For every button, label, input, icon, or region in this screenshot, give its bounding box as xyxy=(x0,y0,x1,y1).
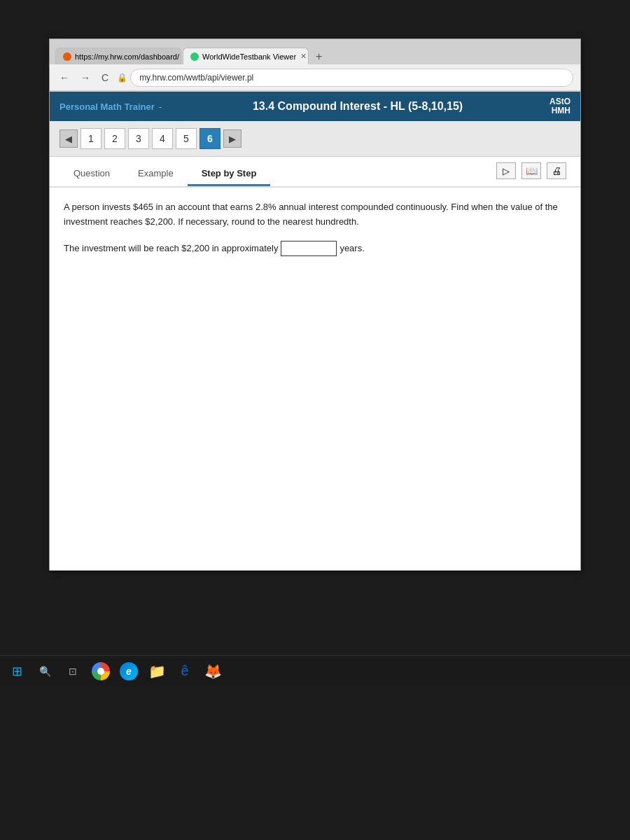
folder-icon: 📁 xyxy=(148,663,166,680)
tab-hrw[interactable]: https://my.hrw.com/dashboard/ ✕ xyxy=(55,48,181,64)
page-4-button[interactable]: 4 xyxy=(152,128,173,149)
lock-icon: 🔒 xyxy=(117,73,127,83)
tab-hrw-label: https://my.hrw.com/dashboard/ xyxy=(75,52,179,61)
play-button[interactable]: ▷ xyxy=(496,162,516,179)
windows-icon: ⊞ xyxy=(12,664,22,679)
next-page-button[interactable]: ▶ xyxy=(223,130,241,148)
search-icon: 🔍 xyxy=(39,666,51,677)
firefox-taskbar-button[interactable]: 🦊 xyxy=(200,659,225,684)
file-manager-button[interactable]: 📁 xyxy=(144,659,169,684)
play-icon: ▷ xyxy=(503,166,510,176)
page-2-button[interactable]: 2 xyxy=(104,128,125,149)
pagination-row: ◀ 1 2 3 4 5 6 ▶ xyxy=(50,121,580,157)
prev-page-button[interactable]: ◀ xyxy=(59,130,78,148)
reload-button[interactable]: C xyxy=(99,71,111,85)
tab-bar: https://my.hrw.com/dashboard/ ✕ WorldWid… xyxy=(50,39,580,64)
question-area: A person invests $465 in an account that… xyxy=(50,188,580,269)
tab-step-by-step[interactable]: Step by Step xyxy=(188,162,271,186)
answer-suffix: years. xyxy=(340,241,364,256)
firefox-icon: 🦊 xyxy=(204,663,222,680)
chrome-icon xyxy=(92,662,110,680)
app-title-left[interactable]: Personal Math Trainer xyxy=(59,102,155,112)
ie-taskbar-button[interactable]: ê xyxy=(172,659,197,684)
page-1-button[interactable]: 1 xyxy=(80,128,102,149)
title-separator: - xyxy=(159,102,162,112)
asto-logo: AStO HMH xyxy=(550,97,570,115)
search-button[interactable]: 🔍 xyxy=(32,659,57,684)
page-3-button[interactable]: 3 xyxy=(128,128,149,149)
address-bar: ← → C 🔒 xyxy=(50,64,580,91)
tab-favicon-wwtb xyxy=(190,52,199,61)
task-view-icon: ⊡ xyxy=(69,666,77,677)
chrome-taskbar-button[interactable] xyxy=(88,659,113,684)
book-button[interactable]: 📖 xyxy=(522,162,541,179)
page-6-button[interactable]: 6 xyxy=(200,128,220,149)
answer-input[interactable] xyxy=(281,241,337,256)
browser-window: https://my.hrw.com/dashboard/ ✕ WorldWid… xyxy=(49,38,581,570)
answer-line: The investment will be reach $2,200 in a… xyxy=(64,241,566,256)
page-content: Personal Math Trainer - 13.4 Compound In… xyxy=(50,92,580,570)
forward-button[interactable]: → xyxy=(78,71,93,85)
edge-icon: e xyxy=(120,662,138,680)
print-icon: 🖨 xyxy=(552,165,561,176)
tab-example[interactable]: Example xyxy=(124,162,188,186)
print-button[interactable]: 🖨 xyxy=(547,162,566,179)
ie-icon: ê xyxy=(181,663,188,679)
new-tab-button[interactable]: + xyxy=(312,49,326,64)
url-input[interactable] xyxy=(130,69,573,87)
task-view-button[interactable]: ⊡ xyxy=(60,659,85,684)
tab-wwtb-label: WorldWideTestbank Viewer xyxy=(202,52,296,61)
windows-start-button[interactable]: ⊞ xyxy=(4,659,29,684)
tab-close-wwtb[interactable]: ✕ xyxy=(300,52,307,61)
app-header: Personal Math Trainer - 13.4 Compound In… xyxy=(50,92,580,121)
tab-wwtb[interactable]: WorldWideTestbank Viewer ✕ xyxy=(183,48,309,64)
taskbar: ⊞ 🔍 ⊡ e 📁 ê 🦊 xyxy=(0,655,630,686)
answer-prefix: The investment will be reach $2,200 in a… xyxy=(64,241,278,256)
lesson-title: 13.4 Compound Interest - HL (5-8,10,15) xyxy=(166,100,550,113)
asto-line2: HMH xyxy=(550,106,570,115)
back-button[interactable]: ← xyxy=(57,71,72,85)
tab-question[interactable]: Question xyxy=(59,162,124,186)
tabs-row-container: Question Example Step by Step ▷ 📖 🖨 xyxy=(50,157,580,188)
page-5-button[interactable]: 5 xyxy=(176,128,197,149)
edge-taskbar-button[interactable]: e xyxy=(116,659,141,684)
book-icon: 📖 xyxy=(526,165,538,176)
tab-favicon-hrw xyxy=(63,52,71,61)
toolbar-icons: ▷ 📖 🖨 xyxy=(496,162,566,179)
question-text: A person invests $465 in an account that… xyxy=(64,200,566,230)
